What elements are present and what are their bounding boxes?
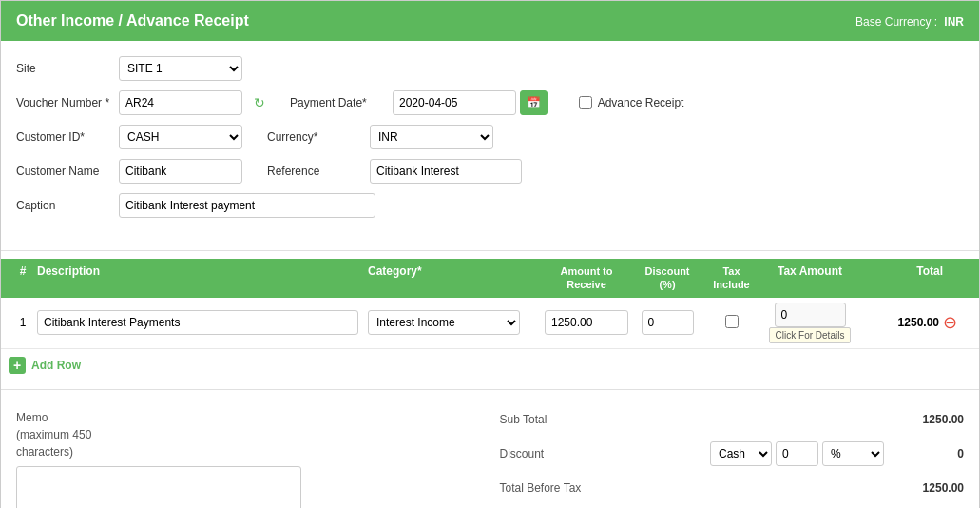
divider2 (1, 389, 979, 390)
memo-label: Memo(maximum 450characters) (16, 409, 481, 460)
col-num-header: # (9, 264, 37, 292)
subtotal-label: Sub Total (500, 413, 548, 426)
memo-section: Memo(maximum 450characters) Payment Mode… (16, 409, 481, 508)
advance-receipt-checkbox[interactable] (579, 96, 592, 109)
payment-date-input[interactable] (393, 90, 516, 115)
discount-pct-select[interactable]: % (822, 441, 884, 466)
discount-value-input[interactable] (776, 441, 818, 466)
customer-id-label: Customer ID* (16, 130, 111, 144)
add-row-label: Add Row (31, 359, 81, 372)
memo-textarea[interactable] (16, 466, 301, 508)
customer-name-input[interactable] (119, 159, 242, 184)
customer-name-row: Customer Name Reference (16, 159, 964, 184)
caption-row: Caption (16, 193, 964, 218)
col-amount-header: Amount toReceive (539, 264, 634, 292)
row-discount-input[interactable] (642, 310, 694, 335)
site-row: Site SITE 1 (16, 56, 964, 81)
caption-label: Caption (16, 199, 111, 212)
col-category-header: Category* (368, 264, 539, 292)
bottom-area: Memo(maximum 450characters) Payment Mode… (1, 398, 979, 508)
total-before-tax-row: Total Before Tax 1250.00 (500, 478, 965, 498)
customer-name-label: Customer Name (16, 165, 111, 178)
table-header: # Description Category* Amount toReceive… (1, 259, 979, 298)
add-icon: + (9, 357, 26, 374)
header: Other Income / Advance Receipt Base Curr… (1, 1, 979, 41)
site-field: SITE 1 (119, 56, 242, 81)
discount-controls: Cash % % 0 (710, 441, 964, 466)
row-num: 1 (9, 316, 37, 329)
remove-row-button[interactable]: ⊖ (943, 313, 957, 332)
site-label: Site (16, 62, 111, 75)
voucher-label: Voucher Number * (16, 96, 111, 109)
row-remove: ⊖ (943, 312, 971, 333)
caption-input[interactable] (119, 193, 375, 218)
col-action-header (943, 264, 971, 292)
table-row: 1 Interest Income Click For D (1, 298, 979, 349)
payment-date-group: 📅 (393, 90, 548, 115)
row-taxinclude-checkbox[interactable] (725, 315, 739, 328)
payment-date-label: Payment Date* (290, 96, 385, 109)
app-container: Other Income / Advance Receipt Base Curr… (0, 0, 980, 508)
voucher-row: Voucher Number * ↻ Payment Date* 📅 Advan… (16, 90, 964, 115)
col-desc-header: Description (37, 264, 368, 292)
total-before-tax-value: 1250.00 (888, 481, 964, 495)
col-taxamount-header: Tax Amount (762, 264, 857, 292)
row-desc (37, 310, 368, 335)
discount-amount: 0 (888, 447, 964, 460)
row-taxinclude (701, 315, 762, 331)
total-before-tax-label: Total Before Tax (500, 481, 582, 495)
col-discount-header: Discount(%) (634, 264, 701, 292)
reference-input[interactable] (370, 159, 522, 184)
row-desc-input[interactable] (37, 310, 358, 335)
subtotal-row: Sub Total 1250.00 (500, 409, 965, 430)
discount-type-select[interactable]: Cash % (710, 441, 772, 466)
reference-label: Reference (267, 165, 362, 178)
row-discount (634, 310, 701, 335)
row-taxamount: Click For Details (762, 303, 857, 343)
subtotal-value: 1250.00 (888, 413, 964, 426)
add-row-button[interactable]: + Add Row (1, 349, 979, 381)
row-taxamount-input[interactable] (775, 303, 846, 327)
row-amount (539, 310, 634, 335)
totals-section: Sub Total 1250.00 Discount Cash % % 0 (500, 409, 965, 508)
customer-id-row: Customer ID* CASH Currency* INR (16, 125, 964, 149)
customer-id-select[interactable]: CASH (119, 125, 242, 149)
base-currency: Base Currency : INR (855, 14, 964, 29)
divider (1, 250, 979, 251)
discount-label: Discount (500, 447, 545, 460)
col-total-header: Total (857, 264, 943, 292)
row-category-select[interactable]: Interest Income (368, 310, 520, 335)
row-total: 1250.00 (857, 316, 943, 329)
advance-receipt-label: Advance Receipt (579, 96, 684, 109)
table-area: # Description Category* Amount toReceive… (1, 259, 979, 381)
currency-select[interactable]: INR (370, 125, 493, 149)
row-category: Interest Income (368, 310, 539, 335)
site-select[interactable]: SITE 1 (119, 56, 242, 81)
refresh-icon[interactable]: ↻ (254, 95, 265, 110)
form-area: Site SITE 1 Voucher Number * ↻ Payment D… (1, 41, 979, 243)
calendar-button[interactable]: 📅 (520, 90, 548, 115)
click-for-details-tooltip[interactable]: Click For Details (769, 327, 852, 343)
row-amount-input[interactable] (545, 310, 628, 335)
currency-label: Currency* (267, 130, 362, 144)
col-taxinclude-header: TaxInclude (701, 264, 762, 292)
page-title: Other Income / Advance Receipt (16, 12, 249, 29)
voucher-input[interactable] (119, 90, 242, 115)
discount-row: Discount Cash % % 0 (500, 438, 965, 470)
